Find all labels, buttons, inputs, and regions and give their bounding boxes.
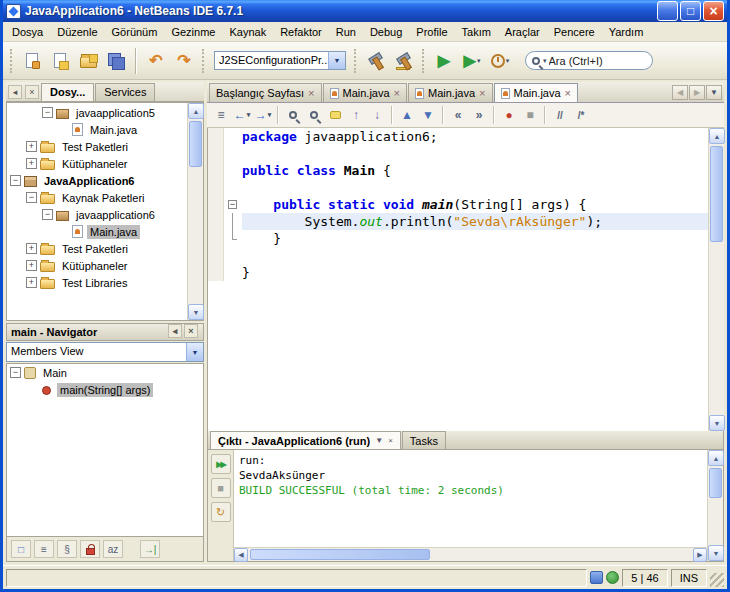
tab-close-icon[interactable]: ×: [308, 88, 314, 99]
navigator-close-button[interactable]: ×: [184, 324, 198, 338]
menu-item[interactable]: Görünüm: [105, 24, 165, 40]
code-line[interactable]: }: [208, 230, 708, 247]
project-tree-item-row[interactable]: Main.java: [7, 121, 187, 138]
tab-projects[interactable]: Dosy...: [41, 83, 94, 101]
minimize-button[interactable]: _: [657, 1, 678, 21]
scroll-track[interactable]: [708, 466, 723, 545]
undo-button[interactable]: ↶: [143, 48, 169, 74]
expand-handle[interactable]: −: [42, 209, 53, 220]
navigator-minimize-button[interactable]: ◂: [168, 324, 182, 338]
chevron-down-icon[interactable]: ▾: [506, 57, 510, 65]
menu-item[interactable]: Düzenle: [50, 24, 104, 40]
stop-build-button[interactable]: ■: [211, 478, 231, 498]
chevron-down-icon[interactable]: ▾: [268, 111, 272, 119]
tab-close-icon[interactable]: ×: [479, 88, 485, 99]
status-indicator-icon[interactable]: [590, 571, 603, 584]
menu-item[interactable]: Debug: [363, 24, 409, 40]
previous-occurrence-button[interactable]: ↑: [346, 105, 366, 125]
toolbar-grip[interactable]: [10, 49, 14, 73]
toolbar-grip[interactable]: [202, 49, 206, 73]
output-close-icon[interactable]: ×: [388, 436, 393, 445]
scroll-up-button[interactable]: ▲: [188, 103, 204, 119]
configuration-combo[interactable]: J2SEConfigurationPr... ▼: [214, 51, 346, 70]
tab-scroll-right-button[interactable]: ▶: [689, 85, 705, 100]
record-macro-button[interactable]: ●: [499, 105, 519, 125]
resize-grip[interactable]: [710, 573, 724, 587]
expand-handle[interactable]: +: [26, 141, 37, 152]
previous-bookmark-button[interactable]: ▲: [397, 105, 417, 125]
project-tree-item-row[interactable]: +Test Libraries: [7, 274, 187, 291]
expand-handle[interactable]: −: [26, 192, 37, 203]
scroll-up-button[interactable]: ▲: [708, 450, 724, 466]
scroll-thumb[interactable]: [709, 468, 722, 498]
toolbar-grip[interactable]: [354, 49, 358, 73]
navigator-item-row[interactable]: main(String[] args): [7, 381, 203, 398]
show-fields-filter-button[interactable]: ≡: [34, 540, 54, 558]
output-dropdown-icon[interactable]: ▼: [375, 436, 383, 445]
project-tree-item-row[interactable]: +Kütüphaneler: [7, 155, 187, 172]
members-view-combo[interactable]: Members View ▼: [6, 342, 204, 362]
memory-status-icon[interactable]: [606, 571, 619, 584]
project-tree-item-row[interactable]: Main.java: [7, 223, 187, 240]
menu-item[interactable]: Yardım: [602, 24, 651, 40]
project-tree-item-row[interactable]: −javaapplication6: [7, 206, 187, 223]
expand-handle[interactable]: −: [10, 175, 21, 186]
editor-tab[interactable]: Main.java×: [323, 83, 408, 102]
stop-macro-button[interactable]: ■: [520, 105, 540, 125]
scroll-right-button[interactable]: ▶: [693, 548, 707, 562]
code-line[interactable]: package javaapplication6;: [208, 128, 708, 145]
code-line[interactable]: [208, 145, 708, 162]
menu-item[interactable]: Refaktor: [273, 24, 329, 40]
editor-tab[interactable]: Main.java×: [408, 83, 493, 102]
tab-scroll-left-button[interactable]: ◀: [672, 85, 688, 100]
projects-tree[interactable]: −javaapplication5Main.java+Test Paketler…: [7, 103, 187, 320]
titlebar[interactable]: JavaApplication6 - NetBeans IDE 6.7.1 _ …: [3, 0, 727, 22]
menu-item[interactable]: Pencere: [547, 24, 602, 40]
expand-handle[interactable]: +: [26, 243, 37, 254]
scroll-thumb[interactable]: [710, 146, 723, 242]
code-line[interactable]: [208, 247, 708, 264]
tab-close-icon[interactable]: ×: [394, 88, 400, 99]
back-button[interactable]: ←▾: [232, 105, 252, 125]
profile-button[interactable]: ▾: [487, 48, 513, 74]
open-project-button[interactable]: [75, 48, 101, 74]
chevron-down-icon[interactable]: ▾: [247, 111, 251, 119]
quick-search-box[interactable]: ▾: [525, 51, 653, 70]
sort-alpha-button[interactable]: az: [103, 540, 123, 558]
menu-item[interactable]: Takım: [455, 24, 498, 40]
maximize-button[interactable]: □: [680, 1, 701, 21]
expand-handle[interactable]: +: [26, 277, 37, 288]
chevron-down-icon[interactable]: ▾: [477, 57, 481, 65]
new-file-button[interactable]: [19, 48, 45, 74]
scroll-track[interactable]: [709, 144, 724, 415]
code-editor[interactable]: package javaapplication6; public class M…: [208, 128, 708, 431]
project-tree-item-row[interactable]: +Test Paketleri: [7, 138, 187, 155]
source-history-button[interactable]: ≡: [211, 105, 231, 125]
editor-tab[interactable]: Başlangıç Sayfası×: [209, 83, 322, 102]
project-tree-item-row[interactable]: +Kütüphaneler: [7, 257, 187, 274]
comment-button[interactable]: //: [550, 105, 570, 125]
uncomment-button[interactable]: /*: [571, 105, 591, 125]
expand-handle[interactable]: −: [10, 367, 21, 378]
combo-dropdown-icon[interactable]: ▼: [328, 52, 345, 69]
run-button[interactable]: ▶: [431, 48, 457, 74]
expand-handle[interactable]: −: [42, 107, 53, 118]
toggle-highlight-button[interactable]: [325, 105, 345, 125]
output-scrollbar[interactable]: ▲ ▼: [707, 450, 723, 561]
scroll-up-button[interactable]: ▲: [709, 128, 725, 144]
group-minimize-button[interactable]: ◂: [8, 85, 22, 99]
search-input[interactable]: [549, 55, 635, 67]
project-tree-item-row[interactable]: −javaapplication5: [7, 104, 187, 121]
scroll-thumb[interactable]: [250, 549, 430, 560]
scroll-left-button[interactable]: ◀: [234, 548, 248, 562]
project-tree-item-row[interactable]: −Kaynak Paketleri: [7, 189, 187, 206]
projects-scrollbar[interactable]: ▲ ▼: [187, 103, 203, 320]
menu-item[interactable]: Kaynak: [222, 24, 273, 40]
group-close-button[interactable]: ×: [25, 85, 39, 99]
expand-handle[interactable]: +: [26, 260, 37, 271]
dock-button[interactable]: →|: [140, 540, 160, 558]
forward-button[interactable]: →▾: [253, 105, 273, 125]
shift-right-button[interactable]: »: [469, 105, 489, 125]
show-non-public-filter-button[interactable]: [80, 540, 100, 558]
redo-button[interactable]: ↷: [171, 48, 197, 74]
